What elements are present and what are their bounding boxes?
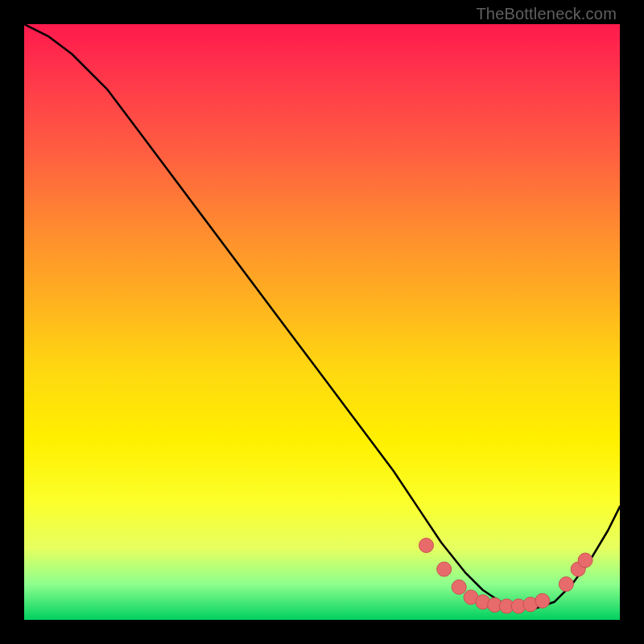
curve-marker	[535, 593, 550, 608]
plot-area	[24, 24, 620, 620]
bottleneck-curve	[24, 24, 620, 608]
curve-marker	[578, 553, 592, 568]
chart-svg	[24, 24, 620, 620]
curve-markers	[419, 539, 593, 614]
chart-frame: TheBottleneck.com	[0, 0, 644, 644]
curve-marker	[452, 580, 466, 594]
curve-marker	[559, 577, 573, 592]
curve-marker	[437, 562, 452, 576]
attribution-label: TheBottleneck.com	[476, 5, 617, 23]
curve-marker	[419, 539, 434, 553]
